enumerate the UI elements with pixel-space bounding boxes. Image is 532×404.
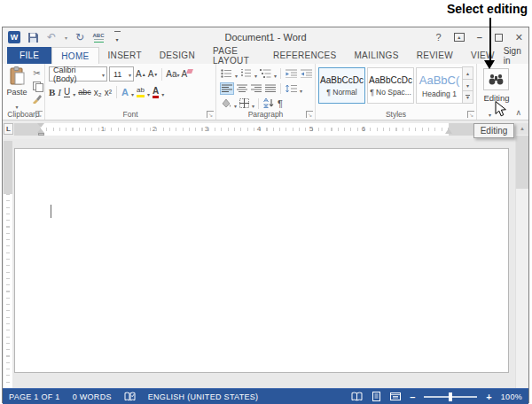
- superscript-button[interactable]: x²: [105, 88, 112, 97]
- proofing-icon[interactable]: [124, 392, 136, 401]
- format-painter-icon[interactable]: [32, 94, 42, 104]
- multilevel-list-button[interactable]: [259, 67, 272, 80]
- document-page[interactable]: [14, 148, 509, 373]
- zoom-slider[interactable]: [424, 396, 477, 398]
- text-effects-dropdown-icon[interactable]: [131, 84, 134, 100]
- line-spacing-dropdown-icon[interactable]: [300, 81, 302, 97]
- tab-view[interactable]: VIEW: [462, 47, 504, 64]
- paragraph-dialog-launcher-icon[interactable]: [306, 111, 313, 118]
- subscript-button[interactable]: x₂: [94, 88, 102, 97]
- shading-dropdown-icon[interactable]: [234, 96, 237, 112]
- collapse-ribbon-icon[interactable]: [515, 108, 521, 117]
- tab-page-layout[interactable]: PAGE LAYOUT: [204, 47, 264, 64]
- font-name-dropdown-icon[interactable]: [99, 70, 105, 79]
- cut-icon[interactable]: [33, 68, 40, 78]
- sign-in-link[interactable]: Sign in: [504, 47, 528, 64]
- font-size-dropdown-icon[interactable]: [126, 70, 131, 79]
- text-effects-button[interactable]: A: [121, 87, 129, 97]
- paste-button[interactable]: Paste: [4, 66, 29, 109]
- font-dialog-launcher-icon[interactable]: [207, 111, 214, 118]
- maximize-button[interactable]: [495, 34, 503, 42]
- borders-dropdown-icon[interactable]: [252, 96, 254, 112]
- tab-stop-selector[interactable]: [4, 123, 13, 135]
- zoom-out-button[interactable]: [410, 392, 415, 402]
- help-icon[interactable]: [436, 33, 442, 43]
- word-window: ABC Document1 - Word FILE HOME INSERT DE…: [2, 27, 529, 403]
- first-line-indent-marker[interactable]: [37, 123, 44, 128]
- text-insertion-cursor: [51, 205, 51, 218]
- decrease-indent-button[interactable]: [285, 67, 298, 80]
- word-count[interactable]: 0 WORDS: [73, 392, 112, 401]
- change-case-button[interactable]: Aa: [166, 69, 179, 79]
- tab-insert[interactable]: INSERT: [99, 47, 151, 64]
- tab-home[interactable]: HOME: [51, 47, 98, 64]
- increase-indent-button[interactable]: [300, 67, 313, 80]
- zoom-in-button[interactable]: [486, 392, 491, 402]
- grow-font-button[interactable]: A▲: [136, 69, 146, 79]
- tab-design[interactable]: DESIGN: [151, 47, 204, 64]
- styles-more-icon[interactable]: [462, 90, 473, 104]
- tab-file[interactable]: FILE: [7, 47, 51, 64]
- close-button[interactable]: [515, 33, 523, 43]
- vertical-scrollbar[interactable]: [515, 123, 528, 388]
- justify-button[interactable]: [264, 82, 277, 95]
- read-mode-icon[interactable]: [351, 392, 363, 401]
- zoom-slider-thumb[interactable]: [449, 392, 452, 401]
- borders-button[interactable]: [239, 97, 250, 110]
- tab-mailings[interactable]: MAILINGS: [345, 47, 407, 64]
- styles-scroll-up-icon[interactable]: [462, 66, 473, 80]
- style-preview: AaBbC(: [419, 74, 460, 87]
- bold-button[interactable]: B: [49, 87, 55, 97]
- minimize-button[interactable]: [477, 33, 482, 43]
- multilevel-dropdown-icon[interactable]: [274, 66, 277, 82]
- shading-button[interactable]: [220, 97, 232, 110]
- editing-button[interactable]: [483, 68, 509, 90]
- vertical-ruler-ticks: [6, 194, 10, 388]
- sort-button[interactable]: [262, 97, 275, 110]
- tab-references[interactable]: REFERENCES: [264, 47, 345, 64]
- style-heading-1[interactable]: AaBbC( Heading 1: [416, 67, 463, 104]
- underline-dropdown-icon[interactable]: [73, 84, 75, 100]
- bullets-button[interactable]: [220, 67, 233, 80]
- style-normal[interactable]: AaBbCcDc ¶ Normal: [318, 67, 365, 104]
- ribbon-display-options-icon[interactable]: [454, 33, 465, 42]
- tab-review[interactable]: REVIEW: [408, 47, 462, 64]
- italic-button[interactable]: I: [58, 87, 61, 97]
- ruler-mark: 5: [307, 125, 316, 133]
- font-size-combobox[interactable]: 11: [109, 66, 134, 82]
- numbering-dropdown-icon[interactable]: [254, 66, 257, 82]
- styles-scroll-down-icon[interactable]: [462, 79, 473, 92]
- ruler-mark: 2: [150, 125, 159, 133]
- zoom-level[interactable]: 100%: [501, 392, 522, 401]
- align-left-button[interactable]: [220, 82, 234, 95]
- scrollbar-thumb[interactable]: [516, 136, 528, 189]
- left-indent-marker[interactable]: [38, 133, 44, 136]
- text-highlight-dropdown-icon[interactable]: [147, 84, 150, 100]
- status-bar: PAGE 1 OF 1 0 WORDS ENGLISH (UNITED STAT…: [3, 388, 528, 404]
- font-color-dropdown-icon[interactable]: [161, 84, 164, 100]
- show-hide-pilcrow-button[interactable]: ¶: [277, 97, 284, 110]
- numbering-button[interactable]: [239, 67, 253, 80]
- clipboard-dialog-launcher-icon[interactable]: [35, 111, 43, 118]
- style-no-spacing[interactable]: AaBbCcDc ¶ No Spac...: [367, 67, 414, 104]
- underline-button[interactable]: U: [64, 87, 70, 97]
- clear-formatting-button[interactable]: A: [182, 69, 188, 79]
- scroll-up-icon[interactable]: [516, 123, 528, 135]
- web-layout-icon[interactable]: [390, 392, 401, 401]
- align-center-button[interactable]: [236, 82, 248, 95]
- font-name-combobox[interactable]: Calibri (Body): [49, 66, 107, 82]
- editing-dropdown-icon[interactable]: [489, 105, 491, 120]
- styles-dialog-launcher-icon[interactable]: [467, 111, 474, 118]
- text-highlight-button[interactable]: ab: [137, 87, 145, 97]
- font-color-button[interactable]: A: [153, 86, 159, 98]
- strikethrough-button[interactable]: abc: [78, 88, 91, 97]
- right-indent-marker[interactable]: [445, 128, 452, 134]
- language-indicator[interactable]: ENGLISH (UNITED STATES): [148, 392, 259, 401]
- print-layout-icon[interactable]: [372, 392, 381, 401]
- line-spacing-button[interactable]: [285, 82, 298, 95]
- copy-icon[interactable]: [33, 82, 42, 90]
- page-count[interactable]: PAGE 1 OF 1: [9, 392, 60, 401]
- bullets-dropdown-icon[interactable]: [235, 66, 238, 82]
- align-right-button[interactable]: [250, 82, 262, 95]
- shrink-font-button[interactable]: A▼: [148, 69, 159, 79]
